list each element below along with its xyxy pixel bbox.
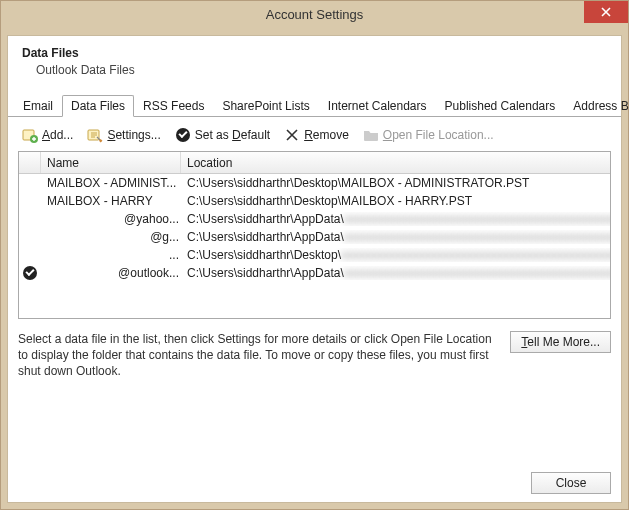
remove-icon [284,127,300,143]
add-icon [22,127,38,143]
folder-icon [363,127,379,143]
tab-label: Address Books [573,99,629,113]
location-cell: C:\Users\siddharthr\Desktop\MAILBOX - AD… [181,176,610,190]
table-row[interactable]: MAILBOX - HARRYC:\Users\siddharthr\Deskt… [19,192,610,210]
client-area: Data Files Outlook Data Files Email Data… [7,35,622,503]
add-label: Add... [42,128,73,142]
tab-data-files[interactable]: Data Files [62,95,134,117]
set-default-button[interactable]: Set as Default [171,125,274,145]
name-cell: MAILBOX - HARRY [41,194,181,208]
checkmark-circle-icon [175,127,191,143]
close-icon [601,7,611,17]
add-button[interactable]: Add... [18,125,77,145]
list-header: Name Location [19,152,610,174]
table-row[interactable]: @outlook...C:\Users\siddharthr\AppData\x… [19,264,610,282]
tab-published-calendars[interactable]: Published Calendars [436,95,565,116]
tab-internet-calendars[interactable]: Internet Calendars [319,95,436,116]
location-cell: C:\Users\siddharthr\AppData\xxxxxxxxxxxx… [181,266,610,280]
checkmark-circle-icon [23,266,37,280]
table-row[interactable]: MAILBOX - ADMINIST...C:\Users\siddharthr… [19,174,610,192]
tab-label: Internet Calendars [328,99,427,113]
location-cell: C:\Users\siddharthr\Desktop\MAILBOX - HA… [181,194,610,208]
table-row[interactable]: ...C:\Users\siddharthr\Desktop\xxxxxxxxx… [19,246,610,264]
name-cell: @outlook... [41,266,181,280]
header-block: Data Files Outlook Data Files [8,36,621,91]
tab-address-books[interactable]: Address Books [564,95,629,116]
table-row[interactable]: @g...C:\Users\siddharthr\AppData\xxxxxxx… [19,228,610,246]
location-cell: C:\Users\siddharthr\AppData\xxxxxxxxxxxx… [181,212,610,226]
footer: Close [8,466,621,496]
tab-label: RSS Feeds [143,99,204,113]
titlebar: Account Settings [1,1,628,29]
location-cell: C:\Users\siddharthr\AppData\xxxxxxxxxxxx… [181,230,610,244]
default-marker-cell [19,266,41,280]
column-location[interactable]: Location [181,152,610,173]
table-row[interactable]: @yahoo...C:\Users\siddharthr\AppData\xxx… [19,210,610,228]
open-file-location-button[interactable]: Open File Location... [359,125,498,145]
tab-label: Published Calendars [445,99,556,113]
remove-button[interactable]: Remove [280,125,353,145]
name-cell: @g... [41,230,181,244]
tell-me-more-button[interactable]: Tell Me More... [510,331,611,353]
set-default-label: Set as Default [195,128,270,142]
tab-label: Data Files [71,99,125,113]
name-cell: ... [41,248,181,262]
tabstrip: Email Data Files RSS Feeds SharePoint Li… [8,95,621,117]
tab-sharepoint-lists[interactable]: SharePoint Lists [213,95,318,116]
page-title: Data Files [22,46,607,60]
tab-email[interactable]: Email [14,95,62,116]
help-area: Select a data file in the list, then cli… [8,319,621,380]
window-title: Account Settings [266,1,364,29]
name-cell: MAILBOX - ADMINIST... [41,176,181,190]
data-file-list[interactable]: Name Location MAILBOX - ADMINIST...C:\Us… [18,151,611,319]
tab-rss-feeds[interactable]: RSS Feeds [134,95,213,116]
remove-label: Remove [304,128,349,142]
window: Account Settings Data Files Outlook Data… [0,0,629,510]
tab-label: SharePoint Lists [222,99,309,113]
column-name[interactable]: Name [41,152,181,173]
window-close-button[interactable] [584,1,628,23]
tab-label: Email [23,99,53,113]
toolbar: Add... Settings... Set as Default Remove [8,117,621,151]
column-default-marker[interactable] [19,152,41,173]
settings-label: Settings... [107,128,160,142]
close-button[interactable]: Close [531,472,611,494]
settings-icon [87,127,103,143]
settings-button[interactable]: Settings... [83,125,164,145]
open-file-location-label: Open File Location... [383,128,494,142]
location-cell: C:\Users\siddharthr\Desktop\xxxxxxxxxxxx… [181,248,610,262]
list-rows: MAILBOX - ADMINIST...C:\Users\siddharthr… [19,174,610,282]
help-text: Select a data file in the list, then cli… [18,331,500,380]
name-cell: @yahoo... [41,212,181,226]
page-subtitle: Outlook Data Files [22,63,607,77]
